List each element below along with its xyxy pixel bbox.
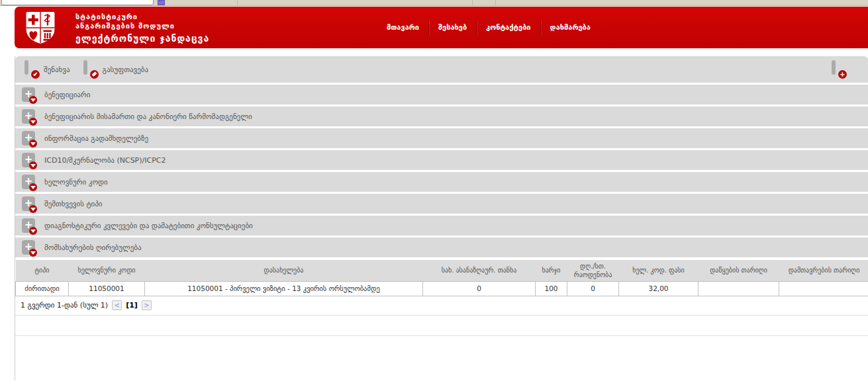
- pagination-summary: 1 გვერდი 1-დან (სულ 1): [21, 301, 108, 310]
- cell-name: 11050001 - პირველი ვიზიტი - 13 კვირის ორ…: [145, 281, 423, 296]
- nav-item-home[interactable]: მთავარი: [377, 21, 428, 34]
- cell-code-price: 32,00: [619, 281, 699, 296]
- chevron-down-badge-icon: [29, 249, 37, 257]
- chevron-down-badge-icon: [29, 140, 37, 148]
- expand-plus-icon: [22, 131, 35, 146]
- cell-state-reimbursable-amount: 0: [423, 281, 536, 296]
- accordion-section-case-type[interactable]: შემთხვევის ტიპი: [15, 194, 868, 214]
- chevron-down-badge-icon: [29, 118, 37, 126]
- expand-plus-icon: [22, 240, 35, 255]
- accordion-section-beneficiary[interactable]: ბენეფიციარი: [15, 85, 868, 105]
- col-header-code-price: ხელ. კოდ. ფასი: [619, 260, 699, 281]
- check-badge-icon: [31, 70, 40, 79]
- expand-plus-icon: [22, 175, 35, 189]
- chevron-down-badge-icon: [29, 96, 37, 104]
- accordion-section-diagnostic-studies[interactable]: დიაგნოსტიკური კვლევები და დამატებითი კონ…: [15, 216, 868, 235]
- clear-button-label: გასუფთავება: [103, 65, 148, 74]
- table-header-row: ტიპი ხელოვნური კოდი დასახელება სახ. ასან…: [16, 260, 868, 281]
- address-bar-input[interactable]: [1, 0, 154, 5]
- cell-artificial-code: 11050001: [69, 281, 145, 296]
- pagination-bar: 1 გვერდი 1-დან (სულ 1) < [1] >: [15, 296, 868, 316]
- add-document-icon: +: [832, 62, 845, 77]
- cell-expense: 100: [536, 281, 567, 296]
- add-record-button[interactable]: +: [832, 62, 845, 77]
- clear-document-icon: [83, 62, 97, 77]
- accordion-section-service-cost[interactable]: მომსახურების ღირებულება: [15, 237, 868, 257]
- accordion-label: ხელოვნური კოდი: [44, 178, 108, 187]
- chevron-down-badge-icon: [29, 227, 37, 235]
- services-table: ტიპი ხელოვნური კოდი დასახელება სახ. ასან…: [15, 260, 868, 296]
- save-document-icon: [24, 62, 38, 77]
- col-header-type: ტიპი: [16, 260, 69, 281]
- accordion-section-icd10[interactable]: ICD10/მკურნალობა (NCSP)/ICPC2: [15, 150, 868, 170]
- toolbar-divider: [472, 0, 473, 6]
- accordion-label: ICD10/მკურნალობა (NCSP)/ICPC2: [44, 156, 166, 165]
- chevron-down-badge-icon: [29, 183, 37, 191]
- eraser-badge-icon: [90, 70, 99, 79]
- cell-end-date: [779, 281, 868, 296]
- accordion-label: ბენეფიციარი: [44, 91, 90, 99]
- accordion-label: მომსახურების ღირებულება: [44, 243, 142, 252]
- form-toolbar: შენახვა გასუფთავება +: [15, 56, 868, 83]
- current-page-indicator: [1]: [126, 301, 138, 310]
- nav-item-contacts[interactable]: კონტაქტები: [476, 21, 540, 34]
- app-title-line1: სტატისტიკური: [75, 13, 209, 22]
- clear-button[interactable]: გასუფთავება: [83, 62, 148, 77]
- browser-toolbar-strip: [0, 0, 868, 6]
- nav-item-about[interactable]: შესახებ: [428, 21, 476, 34]
- col-header-expense: ხარჯი: [536, 260, 567, 281]
- app-title-line2: ანგარიშგების მოდული: [75, 22, 209, 31]
- col-header-name: დასახელება: [145, 260, 423, 281]
- expand-plus-icon: [22, 196, 35, 211]
- health-ministry-shield-logo: [24, 11, 57, 44]
- expand-plus-icon: [22, 218, 35, 233]
- cell-start-date: [699, 281, 779, 296]
- app-header: სტატისტიკური ანგარიშგების მოდული ელექტრო…: [15, 7, 868, 48]
- expand-plus-icon: [22, 109, 35, 124]
- cell-type: ძირითადი: [16, 281, 69, 296]
- accordion-section-payers-info[interactable]: ინფორმაცია გადამხდელებზე: [15, 128, 868, 148]
- expand-plus-icon: [22, 87, 35, 102]
- nav-item-help[interactable]: დახმარება: [540, 21, 600, 34]
- col-header-start-date: დაწყების თარიღი: [699, 260, 779, 281]
- chevron-down-badge-icon: [29, 161, 37, 169]
- chevron-down-badge-icon: [29, 205, 37, 213]
- col-header-artificial-code: ხელოვნური კოდი: [69, 260, 145, 281]
- divider: [15, 335, 868, 336]
- content-area: შენახვა გასუფთავება + ბენეფიციარი: [15, 56, 868, 380]
- accordion-section-artificial-code[interactable]: ხელოვნური კოდი: [15, 172, 868, 192]
- accordion-label: ინფორმაცია გადამხდელებზე: [44, 134, 148, 143]
- accordion-label: ბენეფიციარის მისამართი და კანონიერი წარმ…: [44, 112, 252, 121]
- accordion-label: დიაგნოსტიკური კვლევები და დამატებითი კონ…: [44, 222, 253, 230]
- save-button-label: შენახვა: [44, 65, 70, 74]
- col-header-day-hour-quantity: დღ./სთ. რაოდენობა: [567, 260, 619, 281]
- app-title: სტატისტიკური ანგარიშგების მოდული ელექტრო…: [75, 13, 209, 44]
- next-page-button[interactable]: >: [142, 300, 152, 310]
- browser-tab-icon: [158, 0, 165, 5]
- expand-plus-icon: [22, 153, 35, 167]
- toolbar-divider: [495, 0, 496, 6]
- table-row[interactable]: ძირითადი 11050001 11050001 - პირველი ვიზ…: [16, 281, 868, 296]
- col-header-end-date: დამთავრების თარიღი: [779, 260, 868, 281]
- col-header-state-reimbursable-amount: სახ. ასანაზღაურ. თანხა: [423, 260, 536, 281]
- toolbar-divider: [237, 0, 238, 6]
- accordion-section-address-representative[interactable]: ბენეფიციარის მისამართი და კანონიერი წარმ…: [15, 106, 868, 126]
- save-button[interactable]: შენახვა: [24, 62, 70, 77]
- plus-badge-icon: +: [838, 70, 847, 79]
- accordion-label: შემთხვევის ტიპი: [44, 200, 103, 208]
- main-nav: მთავარი შესახებ კონტაქტები დახმარება: [377, 7, 600, 48]
- prev-page-button[interactable]: <: [112, 300, 122, 310]
- app-title-line3: ელექტრონული ჯანდაცვა: [75, 32, 209, 44]
- cell-day-hour-quantity: 0: [567, 281, 619, 296]
